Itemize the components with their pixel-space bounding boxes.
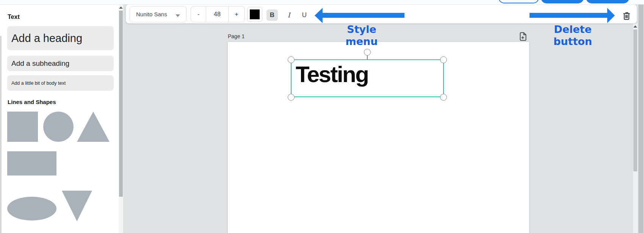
canvas-scrollbar-track[interactable] (633, 23, 638, 233)
rectangle-shape-item[interactable] (7, 151, 56, 176)
delete-button-arrow-icon (529, 7, 616, 24)
ellipse-shape-item[interactable] (7, 197, 56, 221)
add-heading-label: Add a heading (11, 32, 82, 45)
add-body-text-label: Add a little bit of body text (11, 81, 66, 86)
font-family-select[interactable]: Nunito Sans (130, 6, 186, 22)
chevron-down-icon (175, 14, 180, 17)
underline-button[interactable]: U (299, 9, 310, 21)
font-size-control: - 48 + (191, 6, 245, 22)
canvas-scrollbar-up-arrow[interactable] (633, 25, 637, 28)
sidebar-scrollbar-up-arrow[interactable] (119, 6, 123, 9)
resize-handle-top-right[interactable] (440, 56, 447, 63)
add-page-icon[interactable] (519, 32, 527, 42)
selection-bounding-box[interactable] (291, 59, 444, 97)
style-menu-annotation-line2: menu (324, 36, 400, 48)
shapes-section-title: Lines and Shapes (8, 99, 56, 105)
top-bar-partial (0, 0, 644, 5)
style-menu-annotation: Style menu (324, 23, 400, 48)
add-subheading-label: Add a subheading (11, 59, 69, 68)
increase-font-size-button[interactable]: + (228, 6, 244, 22)
inverted-triangle-shape-item[interactable] (62, 191, 92, 221)
trash-icon (622, 11, 631, 21)
triangle-shape-item[interactable] (77, 112, 110, 142)
resize-handle-top-left[interactable] (288, 56, 295, 63)
sidebar-left-rail (0, 36, 2, 233)
text-color-button[interactable] (247, 7, 262, 22)
style-menu-annotation-line1: Style (324, 23, 400, 36)
square-shape-item[interactable] (7, 112, 38, 142)
italic-button[interactable]: I (283, 9, 295, 21)
style-menu-arrow-icon (314, 7, 405, 24)
circle-shape-item[interactable] (43, 112, 74, 142)
bold-button[interactable]: B (266, 9, 278, 21)
sidebar-scrollbar-thumb[interactable] (119, 11, 123, 197)
window-scrollbar[interactable] (638, 0, 644, 233)
delete-button-annotation: Delete button (535, 23, 611, 48)
delete-element-button[interactable] (620, 10, 633, 21)
font-size-value[interactable]: 48 (206, 6, 228, 22)
canvas-scrollbar-thumb[interactable] (633, 30, 637, 171)
text-section-title: Text (8, 14, 20, 20)
add-subheading-button[interactable]: Add a subheading (7, 56, 114, 71)
rotate-handle-stem (367, 55, 368, 59)
window-scrollbar-thumb[interactable] (638, 0, 644, 233)
sidebar-scrollbar-track[interactable] (119, 5, 123, 233)
rotate-handle[interactable] (364, 49, 371, 56)
add-body-text-button[interactable]: Add a little bit of body text (7, 75, 114, 91)
page-label: Page 1 (228, 33, 244, 39)
decrease-font-size-button[interactable]: - (191, 6, 206, 22)
add-heading-button[interactable]: Add a heading (7, 26, 114, 50)
header-blue-button-partial-2[interactable] (586, 0, 629, 3)
header-outline-button-partial[interactable] (498, 0, 539, 3)
design-editor-app: Text Add a heading Add a subheading Add … (0, 0, 644, 233)
font-family-value: Nunito Sans (136, 11, 167, 17)
resize-handle-bottom-left[interactable] (288, 94, 295, 101)
delete-button-annotation-line1: Delete (535, 23, 611, 36)
header-blue-button-partial-1[interactable] (541, 0, 584, 3)
elements-sidebar: Text Add a heading Add a subheading Add … (0, 5, 119, 233)
resize-handle-bottom-right[interactable] (440, 94, 447, 101)
delete-button-annotation-line2: button (535, 36, 611, 48)
text-color-swatch (250, 9, 260, 19)
